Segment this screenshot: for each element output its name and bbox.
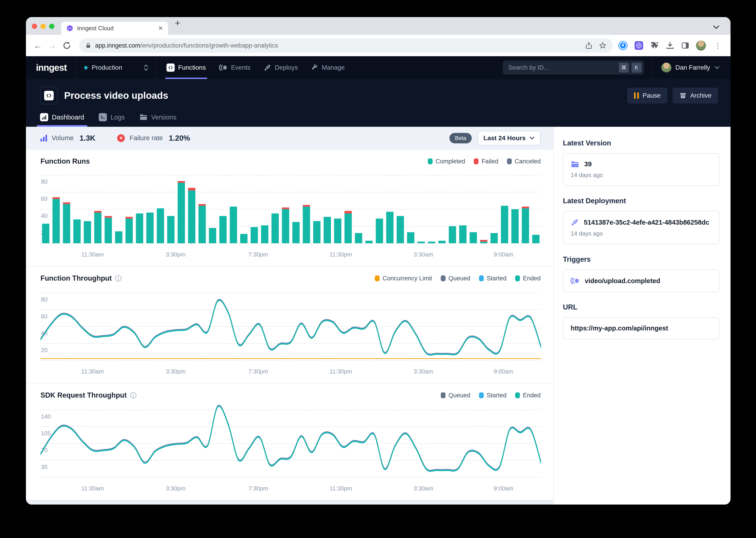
nav-item-label: Deploys <box>275 64 298 71</box>
user-menu[interactable]: Dan Farrelly <box>652 56 731 79</box>
tab-search-chevron-icon[interactable] <box>712 25 720 30</box>
svg-text:80: 80 <box>41 296 48 303</box>
legend-dot <box>428 158 433 164</box>
chart-title: Function Throughput <box>40 274 112 283</box>
logs-icon <box>99 113 107 121</box>
svg-text:40: 40 <box>41 212 48 219</box>
side-panel-icon[interactable] <box>681 41 689 50</box>
tab-versions[interactable]: Versions <box>139 113 176 127</box>
section-function-throughput: Function Throughput Concurrency Limit Qu… <box>26 266 553 384</box>
svg-text:140: 140 <box>41 413 51 420</box>
search-placeholder: Search by ID... <box>508 64 549 71</box>
tab-logs[interactable]: Logs <box>99 113 125 127</box>
svg-text:80: 80 <box>41 178 48 185</box>
nav-item-label: Manage <box>322 64 345 71</box>
details-sidebar: Latest Version 39 14 days ago Latest Dep… <box>554 127 731 505</box>
trigger-event-name: video/upload.completed <box>585 277 660 285</box>
function-runs-bar-chart: 2040608011:30am3:30pm7:30pm11:30pm3:30am… <box>40 169 541 260</box>
bookmark-star-icon[interactable] <box>599 41 607 50</box>
browser-toolbar: ← → app.inngest.com/env/production/funct… <box>26 35 731 56</box>
svg-text:3:30pm: 3:30pm <box>166 368 186 375</box>
deploys-rocket-icon <box>263 64 271 72</box>
svg-text:105: 105 <box>41 430 51 437</box>
page-header: Process video uploads Pause Archive <box>26 79 731 127</box>
tab-close-icon[interactable]: ✕ <box>158 25 163 32</box>
chart-title: SDK Request Throughput <box>40 391 127 400</box>
environment-selector[interactable]: Production <box>77 56 157 79</box>
new-tab-button[interactable]: + <box>175 19 180 27</box>
svg-text:3:30am: 3:30am <box>413 368 433 375</box>
legend-item: Completed <box>428 158 465 165</box>
beta-badge: Beta <box>449 133 471 143</box>
svg-text:9:00am: 9:00am <box>494 251 514 258</box>
version-age: 14 days ago <box>571 172 712 179</box>
url-heading: URL <box>563 303 720 311</box>
url-path: /env/production/functions/growth-webapp-… <box>140 42 278 49</box>
nav-item-deploys[interactable]: Deploys <box>263 56 298 79</box>
app-nav: inngest Production Functions <box>26 56 731 79</box>
event-trigger-icon <box>571 277 580 285</box>
user-name: Dan Farrelly <box>676 64 710 71</box>
legend-item: Started <box>479 275 506 282</box>
minimize-window-button[interactable] <box>40 24 46 29</box>
reload-icon[interactable] <box>62 40 72 51</box>
environment-chevrons-icon <box>143 64 149 72</box>
extension-icon-purple[interactable] <box>634 41 644 50</box>
triggers-heading: Triggers <box>563 255 720 264</box>
info-icon[interactable] <box>115 275 122 282</box>
forward-icon[interactable]: → <box>46 41 58 51</box>
stat-volume: Volume 1.3K <box>40 134 95 142</box>
traffic-lights <box>32 24 54 29</box>
function-url: https://my-app.com/api/inngest <box>571 325 668 332</box>
nav-item-functions[interactable]: Functions <box>166 56 206 79</box>
dashboard-icon <box>40 113 48 121</box>
back-icon[interactable]: ← <box>32 41 44 51</box>
nav-item-manage[interactable]: Manage <box>311 56 345 79</box>
manage-wrench-icon <box>311 64 318 71</box>
trigger-card[interactable]: video/upload.completed <box>563 269 720 292</box>
svg-text:7:30pm: 7:30pm <box>248 485 268 492</box>
pause-button[interactable]: Pause <box>627 87 667 104</box>
version-number: 39 <box>584 160 591 168</box>
archive-icon <box>679 92 686 99</box>
share-icon[interactable] <box>585 42 593 49</box>
function-badge-icon <box>40 87 58 104</box>
browser-tab-strip: Inngest Cloud ✕ + <box>26 17 731 35</box>
zoom-window-button[interactable] <box>49 24 54 29</box>
downloads-icon[interactable] <box>666 41 675 50</box>
close-window-button[interactable] <box>32 24 37 29</box>
browser-menu-icon[interactable]: ⋮ <box>712 41 723 50</box>
browser-tab[interactable]: Inngest Cloud ✕ <box>61 22 168 35</box>
functions-icon <box>166 64 175 72</box>
legend-item: Queued <box>441 392 470 399</box>
legend-dot <box>479 275 484 281</box>
chart-title: Function Runs <box>40 157 90 165</box>
onepassword-extension-icon[interactable] <box>618 41 628 50</box>
browser-profile-avatar[interactable] <box>696 40 706 51</box>
tab-dashboard[interactable]: Dashboard <box>40 113 84 127</box>
rocket-icon <box>571 218 579 227</box>
kbd-k: K <box>632 63 641 73</box>
inngest-logo[interactable]: inngest <box>26 56 77 79</box>
search-input[interactable]: Search by ID... ⌘ K <box>503 61 644 75</box>
latest-deployment-card[interactable]: 5141387e-35c2-4efe-a421-4843b86258dc 14 … <box>563 211 720 244</box>
legend-function-throughput: Concurrency Limit Queued Started Ended <box>375 275 541 282</box>
url-bar[interactable]: app.inngest.com/env/production/functions… <box>79 38 613 53</box>
events-icon <box>219 64 228 72</box>
archive-button[interactable]: Archive <box>673 87 718 104</box>
legend-dot <box>441 392 446 398</box>
legend-sdk-throughput: Queued Started Ended <box>441 392 541 399</box>
svg-text:3:30am: 3:30am <box>413 485 433 492</box>
legend-item: Concurrency Limit <box>375 275 432 282</box>
latest-version-card[interactable]: 39 14 days ago <box>563 153 720 186</box>
svg-text:3:30pm: 3:30pm <box>166 251 186 258</box>
info-icon[interactable] <box>130 392 137 399</box>
nav-item-events[interactable]: Events <box>219 56 251 79</box>
page-title: Process video uploads <box>64 90 168 101</box>
versions-folder-icon <box>139 114 148 121</box>
url-card: https://my-app.com/api/inngest <box>563 317 720 339</box>
time-range-dropdown[interactable]: Last 24 Hours <box>478 131 541 145</box>
deployment-id: 5141387e-35c2-4efe-a421-4843b86258dc <box>584 219 709 226</box>
svg-text:3:30am: 3:30am <box>413 251 433 258</box>
puzzle-extensions-icon[interactable] <box>650 41 659 50</box>
